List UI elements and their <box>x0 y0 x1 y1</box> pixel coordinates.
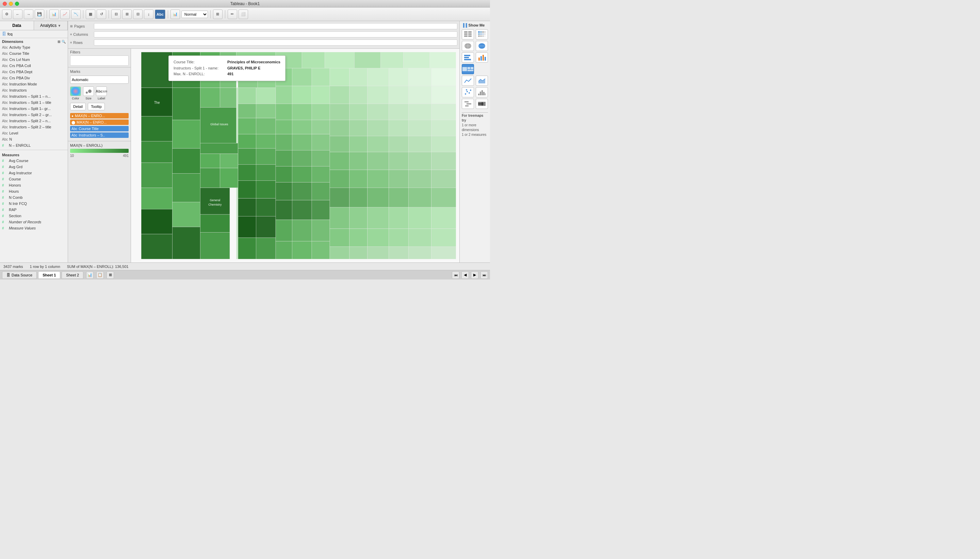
field-honors[interactable]: # Honors <box>0 182 68 188</box>
maximize-button[interactable] <box>15 2 19 6</box>
field-number-of-records[interactable]: # Number of Records <box>0 219 68 225</box>
title-bar: Tableau - Book1 <box>0 0 490 8</box>
chart-treemap[interactable] <box>462 64 474 74</box>
chart-line[interactable] <box>462 76 474 86</box>
layout-button[interactable]: ▦ <box>86 10 95 19</box>
marks-type-select[interactable]: Automatic Bar Line Area Circle Shape Tex… <box>70 76 129 84</box>
field-instruction-mode[interactable]: Abc Instruction Mode <box>0 81 68 87</box>
field-instructors-s1-n[interactable]: Abc Instructors – Split 1 – n... <box>0 93 68 99</box>
svg-rect-118 <box>389 170 408 188</box>
field-activity-type[interactable]: Abc Activity Type <box>0 44 68 50</box>
chart-histogram[interactable] <box>476 87 488 98</box>
status-bar: 3437 marks 1 row by 1 column SUM of MAX(… <box>0 263 490 270</box>
columns-shelf-content[interactable] <box>94 31 457 38</box>
chart-view[interactable]: 📊 <box>170 10 180 19</box>
next-sheet-button[interactable]: ⏭ <box>480 271 488 279</box>
svg-rect-75 <box>408 104 431 120</box>
analytics-tab[interactable]: Analytics ▼ <box>34 21 68 30</box>
field-measure-values[interactable]: # Measure Values <box>0 225 68 231</box>
refresh-button[interactable]: ↺ <box>97 10 106 19</box>
field-crs-pba-div[interactable]: Abc Crs PBA Div <box>0 75 68 81</box>
field-course-title[interactable]: Abc Course Title <box>0 50 68 56</box>
field-avg-instructor[interactable]: # Avg Instructor <box>0 170 68 176</box>
minimize-button[interactable] <box>9 2 13 6</box>
forward-button[interactable]: → <box>24 10 33 19</box>
chart-gantt[interactable] <box>462 99 474 109</box>
field-instructors-s2-gr[interactable]: Abc Instructors – Split 2 – gr... <box>0 112 68 118</box>
filters-drop-zone[interactable] <box>70 56 129 66</box>
mark-field-label-course[interactable]: Abc Course Title <box>70 126 129 131</box>
hierarchy-button[interactable]: ⊟ <box>133 10 143 19</box>
field-n-intr-fcq[interactable]: # N Intr FCQ <box>0 200 68 207</box>
field-crs-lvl[interactable]: Abc Crs Lvl Num <box>0 56 68 63</box>
sheet1-tab[interactable]: Sheet 1 <box>38 271 60 279</box>
chart-bullet[interactable] <box>476 99 488 109</box>
device-button[interactable]: ⬜ <box>239 10 248 19</box>
filter-button[interactable]: ⊟ <box>111 10 121 19</box>
chart-scatter[interactable] <box>462 87 474 98</box>
field-avg-grd[interactable]: # Avg Grd <box>0 164 68 170</box>
back-button[interactable]: ← <box>13 10 23 19</box>
field-instructors-s2-n[interactable]: Abc Instructors – Split 2 – n... <box>0 118 68 124</box>
color-button[interactable]: Color <box>70 86 81 100</box>
field-crs-pba-dept[interactable]: Abc Crs PBA Dept <box>0 69 68 75</box>
view-size-select[interactable]: Normal Fit Width Fit Height <box>181 10 208 18</box>
view-area[interactable]: The <box>131 49 459 263</box>
mark-field-size[interactable]: ⬤ MAX(N – ENRO... <box>70 119 129 125</box>
annotate-button[interactable]: ✏ <box>228 10 237 19</box>
field-instructors-s1-gr[interactable]: Abc Instructors – Split 1– gr... <box>0 106 68 112</box>
add-datasource-button[interactable]: 📊 <box>49 10 59 19</box>
prev-sheet-button[interactable]: ⏮ <box>452 271 459 279</box>
left-scroll[interactable]: Dimensions ⊞ 🔍 Abc Activity Type Abc Cou… <box>0 38 68 263</box>
field-instructors-s1-title[interactable]: Abc Instructors – Split 1 – title <box>0 99 68 106</box>
field-n[interactable]: Abc N <box>0 136 68 142</box>
chart-type-button[interactable]: 📈 <box>60 10 70 19</box>
detail-button[interactable]: Detail <box>70 103 86 110</box>
field-level[interactable]: Abc Level <box>0 130 68 136</box>
chart-map1[interactable] <box>462 41 474 51</box>
chart-heat-map[interactable] <box>476 29 488 40</box>
rows-shelf-content[interactable] <box>94 40 457 46</box>
tooltip-button[interactable]: Tooltip <box>88 103 105 110</box>
field-rap[interactable]: # RAP <box>0 207 68 213</box>
chart-bar-vert[interactable] <box>476 53 488 63</box>
label-button[interactable]: Abc <box>155 10 165 19</box>
presentation-button[interactable]: ⊞ <box>213 10 223 19</box>
data-source-tab[interactable]: 🗄 Data Source <box>2 271 37 279</box>
field-n-enroll[interactable]: # N – ENROLL <box>0 142 68 149</box>
pages-shelf-content[interactable] <box>94 23 457 29</box>
field-instructors-s2-title[interactable]: Abc Instructors – Split 2 – title <box>0 124 68 130</box>
duplicate-sheet-button[interactable]: 📋 <box>96 271 104 279</box>
sort-button[interactable]: ↕ <box>144 10 153 19</box>
new-button[interactable]: ⚙ <box>2 10 12 19</box>
close-button[interactable] <box>3 2 7 6</box>
new-sheet-button[interactable]: 📊 <box>86 271 94 279</box>
chart-area[interactable] <box>476 76 488 86</box>
field-crs-pba-coll[interactable]: Abc Crs PBA Coll <box>0 63 68 69</box>
chart-map2[interactable] <box>476 41 488 51</box>
field-course[interactable]: # Course <box>0 176 68 182</box>
new-dashboard-button[interactable]: ⊞ <box>107 271 114 279</box>
next-button[interactable]: ▶ <box>471 271 478 279</box>
save-button[interactable]: 💾 <box>35 10 44 19</box>
mark-field-color[interactable]: ● MAX(N – ENRO... <box>70 113 129 119</box>
chart-bar[interactable] <box>462 53 474 63</box>
field-instructors[interactable]: Abc Instructors <box>0 87 68 93</box>
prev-button[interactable]: ◀ <box>462 271 469 279</box>
field-section[interactable]: # Section <box>0 213 68 219</box>
mark-field-label-instructor[interactable]: Abc Instructors – S.. <box>70 132 129 138</box>
data-tab[interactable]: Data <box>0 21 34 30</box>
tooltip-instructor-value: GRAVES, PHILIP E <box>227 65 260 71</box>
field-avg-course[interactable]: # Avg Course <box>0 158 68 164</box>
chart-opt2[interactable]: 📉 <box>71 10 81 19</box>
svg-rect-193 <box>480 56 482 61</box>
sheet2-tab[interactable]: Sheet 2 <box>62 271 83 279</box>
label-button-mark[interactable]: Abc123 Label <box>96 86 107 100</box>
field-n-comb[interactable]: # N Comb <box>0 194 68 200</box>
size-button[interactable]: Size <box>83 86 94 100</box>
chart-text-table[interactable] <box>462 29 474 40</box>
field-hours[interactable]: # Hours <box>0 188 68 194</box>
svg-rect-13 <box>380 52 403 68</box>
svg-rect-123 <box>276 200 292 220</box>
group-button[interactable]: ⊞ <box>122 10 132 19</box>
